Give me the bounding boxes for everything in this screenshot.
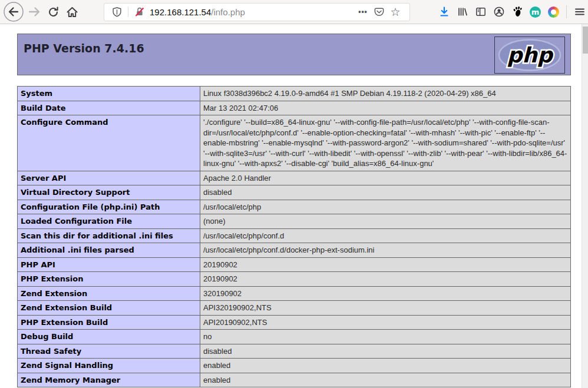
info-row-label: Virtual Directory Support	[18, 185, 200, 200]
urlbar-divider	[128, 6, 128, 17]
back-button[interactable]	[2, 1, 25, 23]
info-row-label: Zend Extension	[18, 286, 200, 301]
info-row: Zend Extension320190902	[18, 286, 571, 301]
php-info-page: PHP Version 7.4.16 php SystemLinux f3038…	[0, 24, 588, 388]
toolbar-separator	[566, 5, 567, 18]
php-header: PHP Version 7.4.16 php	[17, 34, 571, 75]
php-info-table-body: SystemLinux f3038d396bc2 4.19.0-9-amd64 …	[18, 87, 571, 387]
info-row-value: './configure' '--build=x86_64-linux-gnu'…	[200, 115, 571, 171]
info-row-label: PHP Extension Build	[18, 315, 200, 330]
info-row-label: Scan this dir for additional .ini files	[18, 228, 200, 243]
info-row-value: no	[200, 330, 571, 344]
php-logo-text: php	[507, 43, 553, 67]
info-row: PHP Extension BuildAPI20190902,NTS	[18, 315, 571, 330]
info-row-label: Zend Signal Handling	[18, 359, 200, 373]
info-row-label: Zend Extension Build	[18, 301, 200, 316]
pocket-icon	[374, 6, 385, 18]
info-row: Zend Signal Handlingenabled	[18, 359, 571, 373]
url-bar[interactable]: 192.168.121.54/info.php ••• ☆	[104, 3, 410, 21]
tracking-protection-button[interactable]	[110, 5, 123, 18]
star-icon: ☆	[390, 6, 400, 18]
info-row-value: Linux f3038d396bc2 4.19.0-9-amd64 #1 SMP…	[200, 87, 571, 101]
hamburger-icon	[574, 6, 586, 18]
gnome-footprint-icon	[511, 6, 523, 18]
info-row-label: System	[18, 87, 200, 101]
gnome-footprint-extension-button[interactable]	[508, 3, 526, 21]
save-to-pocket-button[interactable]	[371, 4, 387, 20]
extension-m-button[interactable]: m	[526, 3, 544, 21]
info-row: Zend Extension BuildAPI320190902,NTS	[18, 301, 571, 316]
info-row-value: API20190902,NTS	[200, 315, 571, 330]
scrollbar-thumb[interactable]	[583, 26, 588, 54]
info-row: Zend Memory Managerenabled	[18, 373, 571, 387]
account-icon	[493, 6, 505, 18]
info-row-value: /usr/local/etc/php/conf.d	[200, 228, 571, 243]
color-wheel-icon	[548, 6, 559, 18]
library-button[interactable]	[453, 3, 471, 21]
back-icon	[3, 1, 24, 22]
info-row-label: Loaded Configuration File	[18, 214, 200, 229]
info-row: Configure Command'./configure' '--build=…	[18, 115, 571, 171]
reload-icon	[47, 6, 60, 18]
info-row-label: PHP Extension	[18, 272, 200, 287]
account-button[interactable]	[490, 3, 508, 21]
info-row-label: Server API	[18, 171, 200, 185]
phpinfo-container: PHP Version 7.4.16 php SystemLinux f3038…	[17, 24, 571, 387]
info-row: Configuration File (php.ini) Path/usr/lo…	[18, 200, 571, 214]
info-row-value: disabled	[200, 185, 571, 200]
info-row: Thread Safetydisabled	[18, 344, 571, 359]
info-row-value: 320190902	[200, 286, 571, 301]
info-row-value: API320190902,NTS	[200, 301, 571, 316]
info-row-value: enabled	[200, 373, 571, 387]
info-row-label: Configure Command	[18, 115, 200, 171]
info-row-label: Additional .ini files parsed	[18, 243, 200, 258]
info-row: Additional .ini files parsed/usr/local/e…	[18, 243, 571, 258]
info-row: PHP API20190902	[18, 257, 571, 272]
forward-icon	[28, 5, 41, 18]
info-row: Debug Buildno	[18, 330, 571, 344]
info-row-value: (none)	[200, 214, 571, 229]
toolbar-right-icons: m	[435, 3, 588, 21]
ellipsis-icon: •••	[358, 8, 368, 16]
info-row-label: Zend Memory Manager	[18, 373, 200, 387]
info-row: Build DateMar 13 2021 02:47:06	[18, 101, 571, 115]
info-row: Server APIApache 2.0 Handler	[18, 171, 571, 185]
downloads-button[interactable]	[435, 3, 453, 21]
bookmark-star-button[interactable]: ☆	[387, 4, 404, 20]
menu-button[interactable]	[570, 3, 588, 21]
page-actions-button[interactable]: •••	[355, 4, 371, 19]
info-row-value: 20190902	[200, 272, 571, 287]
url-host: 192.168.121.54	[150, 7, 211, 17]
browser-toolbar: 192.168.121.54/info.php ••• ☆	[0, 0, 588, 24]
info-row-label: Build Date	[18, 101, 200, 115]
reload-button[interactable]	[44, 2, 62, 21]
sidebar-button[interactable]	[471, 3, 490, 21]
insecure-lock-icon[interactable]	[133, 5, 146, 18]
info-row: SystemLinux f3038d396bc2 4.19.0-9-amd64 …	[18, 87, 571, 101]
info-row-value: /usr/local/etc/php	[200, 200, 571, 214]
info-row-value: 20190902	[200, 257, 571, 272]
info-row-label: Debug Build	[18, 330, 200, 344]
extension-m-icon: m	[530, 6, 541, 18]
info-row-label: Thread Safety	[18, 344, 200, 359]
forward-button[interactable]	[25, 2, 44, 21]
info-row: Loaded Configuration File(none)	[18, 214, 571, 229]
info-row: Virtual Directory Supportdisabled	[18, 185, 571, 200]
shield-icon	[112, 7, 122, 17]
info-row: Scan this dir for additional .ini files/…	[18, 228, 571, 243]
info-row-value: /usr/local/etc/php/conf.d/docker-php-ext…	[200, 243, 571, 258]
page-scrollbar[interactable]	[582, 24, 588, 388]
info-row-value: Apache 2.0 Handler	[200, 171, 571, 185]
info-row-value: Mar 13 2021 02:47:06	[200, 101, 571, 115]
info-row: PHP Extension20190902	[18, 272, 571, 287]
page-title: PHP Version 7.4.16	[18, 34, 570, 55]
info-row-value: enabled	[200, 359, 571, 373]
info-row-label: Configuration File (php.ini) Path	[18, 200, 200, 214]
home-button[interactable]	[62, 2, 81, 21]
extension-color-wheel-button[interactable]	[544, 3, 563, 21]
url-path: /info.php	[211, 7, 245, 17]
home-icon	[66, 6, 78, 18]
php-info-table: SystemLinux f3038d396bc2 4.19.0-9-amd64 …	[17, 86, 571, 387]
php-logo[interactable]: php	[494, 37, 565, 74]
url-text: 192.168.121.54/info.php	[150, 7, 245, 17]
